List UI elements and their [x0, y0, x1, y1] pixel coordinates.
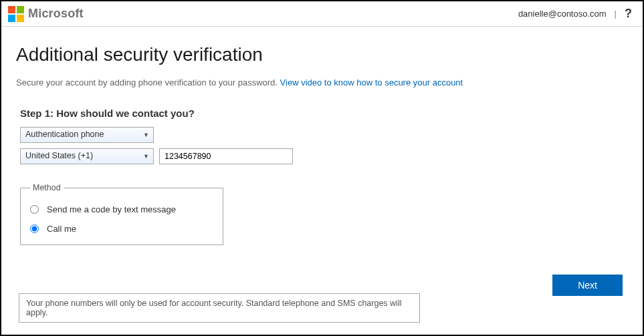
- chevron-down-icon: ▼: [143, 153, 149, 160]
- brand-name: Microsoft: [28, 7, 84, 21]
- next-button[interactable]: Next: [552, 275, 623, 296]
- country-code-select[interactable]: United States (+1) ▼: [20, 148, 154, 164]
- radio-text-message-row[interactable]: Send me a code by text message: [30, 204, 213, 214]
- microsoft-logo-icon: [8, 6, 24, 22]
- method-legend: Method: [30, 183, 64, 192]
- page-description: Secure your account by adding phone veri…: [16, 77, 628, 88]
- contact-method-value: Authentication phone: [25, 130, 104, 139]
- desc-text: Secure your account by adding phone veri…: [16, 77, 280, 88]
- header-right: danielle@contoso.com | ?: [518, 7, 632, 21]
- footnote: Your phone numbers will only be used for…: [19, 293, 420, 323]
- radio-call-me-label: Call me: [47, 224, 76, 234]
- header-divider: |: [615, 9, 617, 19]
- view-video-link[interactable]: View video to know how to secure your ac…: [280, 77, 463, 88]
- step-heading: Step 1: How should we contact you?: [20, 108, 628, 119]
- help-icon[interactable]: ?: [625, 7, 632, 21]
- method-fieldset: Method Send me a code by text message Ca…: [20, 183, 223, 245]
- content: Additional security verification Secure …: [1, 27, 643, 252]
- phone-row: United States (+1) ▼: [20, 148, 628, 164]
- user-email: danielle@contoso.com: [518, 9, 607, 19]
- brand: Microsoft: [8, 6, 84, 22]
- header: Microsoft danielle@contoso.com | ?: [1, 1, 643, 27]
- contact-method-select[interactable]: Authentication phone ▼: [20, 127, 154, 143]
- page-title: Additional security verification: [16, 44, 628, 65]
- radio-text-message-label: Send me a code by text message: [47, 204, 176, 214]
- radio-call-me[interactable]: [30, 224, 39, 233]
- contact-method-row: Authentication phone ▼: [20, 127, 628, 143]
- phone-number-input[interactable]: [159, 148, 293, 164]
- country-code-value: United States (+1): [25, 151, 93, 160]
- chevron-down-icon: ▼: [143, 132, 149, 138]
- actions: Next: [552, 275, 623, 296]
- radio-text-message[interactable]: [30, 205, 39, 214]
- radio-call-me-row[interactable]: Call me: [30, 224, 213, 234]
